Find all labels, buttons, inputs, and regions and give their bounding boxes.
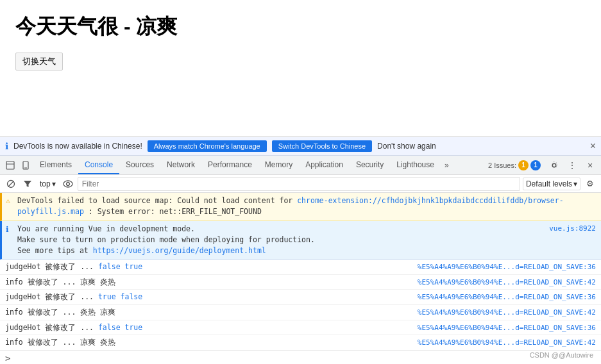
- tab-lighthouse[interactable]: Lighthouse: [390, 156, 441, 174]
- tab-memory[interactable]: Memory: [258, 156, 299, 174]
- close-icon[interactable]: ×: [590, 140, 596, 152]
- log-level-chevron: ▾: [573, 179, 577, 188]
- console-input-row: >: [0, 351, 601, 364]
- issues-blue-count: 1: [530, 160, 541, 170]
- console-warning-message: DevTools failed to load source map: Coul…: [0, 193, 601, 221]
- log-link-5[interactable]: %E5%A4%A9%E6%B0%94%E...d=RELOAD_ON_SAVE:…: [418, 322, 596, 334]
- log-row-2: info 被修改了 ... 凉爽 炎热 %E5%A4%A9%E6%B0%94%E…: [0, 275, 601, 290]
- svg-rect-0: [6, 161, 14, 169]
- tab-sources[interactable]: Sources: [119, 156, 160, 174]
- context-value: top: [40, 179, 51, 188]
- tabs-right-icons: 2 Issues: 1 1 ⋮ ×: [484, 158, 598, 173]
- match-language-button[interactable]: Always match Chrome's language: [148, 140, 267, 152]
- inspect-element-icon[interactable]: [3, 158, 18, 173]
- page-title: 今天天气很 - 凉爽: [15, 13, 586, 41]
- tab-application[interactable]: Application: [299, 156, 350, 174]
- log-level-selector[interactable]: Default levels ▾: [523, 178, 580, 190]
- svg-point-6: [63, 181, 72, 187]
- chevron-down-icon: ▾: [52, 179, 56, 188]
- main-page: 今天天气很 - 凉爽 切换天气: [0, 0, 601, 83]
- banner-message: DevTools is now available in Chinese!: [13, 142, 142, 151]
- tab-network[interactable]: Network: [160, 156, 201, 174]
- dont-show-again-button[interactable]: Don't show again: [377, 142, 436, 151]
- vue-source-link[interactable]: vue.js:8922: [549, 224, 596, 235]
- vue-dev-mode-line3: See more tips at: [17, 246, 93, 255]
- log-text-3: judgeHot 被修改了 ... true false: [5, 291, 142, 302]
- tab-security[interactable]: Security: [350, 156, 390, 174]
- svg-point-7: [66, 182, 69, 185]
- tabs-overflow-button[interactable]: »: [441, 157, 453, 174]
- console-output: DevTools failed to load source map: Coul…: [0, 193, 601, 364]
- console-prompt: >: [5, 353, 10, 363]
- close-devtools-icon[interactable]: ×: [582, 158, 598, 173]
- footer-watermark: CSDN @@Autowire: [530, 351, 593, 359]
- filter-icon[interactable]: [21, 177, 35, 191]
- log-row-3: judgeHot 被修改了 ... true false %E5%A4%A9%E…: [0, 290, 601, 305]
- tab-elements[interactable]: Elements: [33, 156, 78, 174]
- log-row-6: info 被修改了 ... 凉爽 炎热 %E5%A4%A9%E6%B0%94%E…: [0, 335, 601, 351]
- log-row-5: judgeHot 被修改了 ... false true %E5%A4%A9%E…: [0, 320, 601, 336]
- issues-label: 2 Issues:: [488, 161, 516, 169]
- vue-dev-mode-line2: Make sure to turn on production mode whe…: [17, 235, 596, 245]
- log-text-2: info 被修改了 ... 凉爽 炎热: [5, 276, 115, 288]
- console-toolbar: top ▾ Default levels ▾ ⚙: [0, 175, 601, 193]
- tab-console[interactable]: Console: [78, 156, 119, 174]
- switch-chinese-button[interactable]: Switch DevTools to Chinese: [272, 140, 372, 152]
- log-link-2[interactable]: %E5%A4%A9%E6%B0%94%E...d=RELOAD_ON_SAVE:…: [418, 277, 596, 288]
- filter-input[interactable]: [78, 177, 520, 191]
- device-toolbar-icon[interactable]: [18, 158, 33, 173]
- settings-icon[interactable]: [546, 158, 563, 173]
- devtools-panel: ℹ DevTools is now available in Chinese! …: [0, 136, 601, 364]
- info-icon: ℹ: [5, 141, 8, 151]
- eye-icon[interactable]: [61, 177, 75, 191]
- log-text-5: judgeHot 被修改了 ... false true: [5, 322, 142, 333]
- log-link-1[interactable]: %E5%A4%A9%E6%B0%94%E...d=RELOAD_ON_SAVE:…: [418, 261, 596, 273]
- log-text-6: info 被修改了 ... 凉爽 炎热: [5, 336, 115, 348]
- issues-yellow-count: 1: [518, 160, 529, 170]
- log-text-1: judgeHot 被修改了 ... false true: [5, 261, 142, 272]
- more-options-icon[interactable]: ⋮: [564, 158, 580, 173]
- log-text-4: info 被修改了 ... 炎热 凉爽: [5, 306, 115, 318]
- log-link-3[interactable]: %E5%A4%A9%E6%B0%94%E...d=RELOAD_ON_SAVE:…: [418, 292, 596, 303]
- log-link-4[interactable]: %E5%A4%A9%E6%B0%94%E...d=RELOAD_ON_SAVE:…: [418, 307, 596, 318]
- tab-performance[interactable]: Performance: [201, 156, 258, 174]
- clear-console-icon[interactable]: [4, 177, 18, 191]
- console-info-message: You are running Vue in development mode.…: [0, 221, 601, 260]
- issues-badge[interactable]: 2 Issues: 1 1: [484, 159, 545, 172]
- log-level-value: Default levels: [526, 179, 572, 188]
- console-settings-icon[interactable]: ⚙: [583, 177, 597, 191]
- deployment-link[interactable]: https://vuejs.org/guide/deployment.html: [93, 246, 266, 255]
- source-map-link[interactable]: chrome-extension://cfhdojbkjhnk1bpkdaibd…: [17, 196, 564, 216]
- log-link-6[interactable]: %E5%A4%A9%E6%B0%94%E...d=RELOAD_ON_SAVE:…: [418, 337, 596, 349]
- log-row-1: judgeHot 被修改了 ... false true %E5%A4%A9%E…: [0, 260, 601, 275]
- vue-dev-mode-line1: You are running Vue in development mode.: [17, 224, 195, 233]
- svg-line-5: [8, 181, 14, 186]
- log-row-4: info 被修改了 ... 炎热 凉爽 %E5%A4%A9%E6%B0%94%E…: [0, 305, 601, 320]
- context-selector[interactable]: top ▾: [37, 178, 58, 190]
- language-banner: ℹ DevTools is now available in Chinese! …: [0, 137, 601, 156]
- devtools-tabs: Elements Console Sources Network Perform…: [0, 156, 601, 175]
- switch-weather-button[interactable]: 切换天气: [15, 53, 63, 70]
